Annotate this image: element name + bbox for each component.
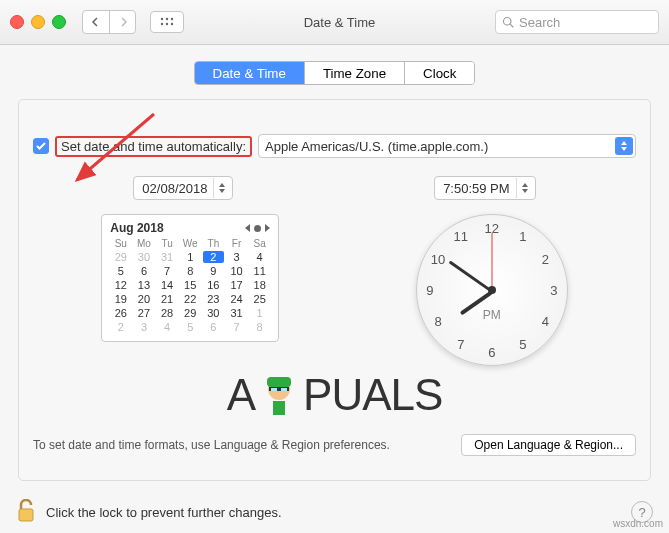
show-all-button[interactable] (150, 11, 184, 33)
calendar-day[interactable]: 22 (180, 293, 201, 305)
clock-numeral: 1 (519, 229, 526, 244)
clock-numeral: 4 (542, 314, 549, 329)
svg-rect-12 (281, 388, 287, 391)
calendar-day[interactable]: 24 (226, 293, 247, 305)
open-language-region-button[interactable]: Open Language & Region... (461, 434, 636, 456)
calendar-day[interactable]: 31 (226, 307, 247, 319)
calendar-day[interactable]: 12 (110, 279, 131, 291)
clock-numeral: 6 (488, 345, 495, 360)
calendar-day-dim[interactable]: 29 (110, 251, 131, 263)
window-title: Date & Time (192, 15, 487, 30)
tab-time-zone[interactable]: Time Zone (304, 62, 404, 84)
clock-numeral: 3 (550, 283, 557, 298)
calendar[interactable]: Aug 2018 SuMoTuWeThFrSa29303112345678910… (101, 214, 279, 342)
calendar-day[interactable]: 10 (226, 265, 247, 277)
close-icon[interactable] (10, 15, 24, 29)
calendar-day-header: Th (203, 238, 224, 249)
time-server-combo[interactable]: Apple Americas/U.S. (time.apple.com.) (258, 134, 636, 158)
calendar-day[interactable]: 26 (110, 307, 131, 319)
calendar-day[interactable]: 13 (133, 279, 154, 291)
calendar-day[interactable]: 4 (249, 251, 270, 263)
calendar-day-dim[interactable]: 5 (180, 321, 201, 333)
calendar-day[interactable]: 3 (226, 251, 247, 263)
svg-point-2 (171, 18, 173, 20)
clock-minute-hand (448, 260, 492, 292)
calendar-day[interactable]: 15 (180, 279, 201, 291)
calendar-day[interactable]: 11 (249, 265, 270, 277)
calendar-day[interactable]: 25 (249, 293, 270, 305)
svg-point-0 (161, 18, 163, 20)
calendar-day[interactable]: 21 (157, 293, 178, 305)
calendar-prev-icon[interactable] (245, 224, 250, 232)
zoom-icon[interactable] (52, 15, 66, 29)
clock-numeral: 7 (457, 336, 464, 351)
calendar-day[interactable]: 27 (133, 307, 154, 319)
search-input[interactable]: Search (495, 10, 659, 34)
calendar-day[interactable]: 20 (133, 293, 154, 305)
calendar-day[interactable]: 1 (180, 251, 201, 263)
lock-icon[interactable] (16, 499, 36, 526)
forward-button[interactable] (109, 11, 135, 33)
svg-point-6 (504, 18, 512, 26)
calendar-day[interactable]: 18 (249, 279, 270, 291)
calendar-day[interactable]: 30 (203, 307, 224, 319)
calendar-next-icon[interactable] (265, 224, 270, 232)
calendar-day[interactable]: 16 (203, 279, 224, 291)
tab-date-time[interactable]: Date & Time (195, 62, 304, 84)
calendar-day[interactable]: 14 (157, 279, 178, 291)
svg-point-5 (171, 23, 173, 25)
source-watermark: wsxdn.com (613, 518, 663, 529)
lock-label: Click the lock to prevent further change… (46, 505, 282, 520)
minimize-icon[interactable] (31, 15, 45, 29)
tab-bar: Date & Time Time Zone Clock (194, 61, 476, 85)
chevron-down-icon (615, 137, 633, 155)
calendar-month: Aug 2018 (110, 221, 163, 235)
calendar-day-dim[interactable]: 30 (133, 251, 154, 263)
calendar-day[interactable]: 29 (180, 307, 201, 319)
time-stepper[interactable] (516, 178, 533, 198)
calendar-day-dim[interactable]: 6 (203, 321, 224, 333)
time-field[interactable]: 7:50:59 PM (434, 176, 536, 200)
calendar-day-header: We (180, 238, 201, 249)
calendar-day-dim[interactable]: 7 (226, 321, 247, 333)
calendar-nav (245, 224, 270, 232)
calendar-day[interactable]: 28 (157, 307, 178, 319)
analog-clock: 121234567891011 PM (416, 214, 568, 366)
main-panel: Set date and time automatically: Apple A… (18, 99, 651, 481)
mascot-icon (255, 371, 303, 419)
calendar-day-header: Tu (157, 238, 178, 249)
clock-pm-label: PM (483, 308, 501, 322)
calendar-today-icon[interactable] (254, 225, 261, 232)
watermark-logo: A PUALS (33, 370, 636, 420)
calendar-day[interactable]: 5 (110, 265, 131, 277)
clock-numeral: 9 (426, 283, 433, 298)
auto-time-label: Set date and time automatically: (55, 136, 252, 157)
calendar-day-dim[interactable]: 4 (157, 321, 178, 333)
calendar-day-header: Su (110, 238, 131, 249)
date-field[interactable]: 02/08/2018 (133, 176, 233, 200)
clock-numeral: 8 (434, 314, 441, 329)
clock-numeral: 5 (519, 336, 526, 351)
back-button[interactable] (83, 11, 109, 33)
search-icon (502, 16, 514, 28)
calendar-day[interactable]: 23 (203, 293, 224, 305)
calendar-day[interactable]: 9 (203, 265, 224, 277)
calendar-day-dim[interactable]: 2 (110, 321, 131, 333)
search-placeholder: Search (519, 15, 560, 30)
calendar-day[interactable]: 2 (203, 251, 224, 263)
date-stepper[interactable] (213, 178, 230, 198)
calendar-day-dim[interactable]: 1 (249, 307, 270, 319)
calendar-day-dim[interactable]: 8 (249, 321, 270, 333)
calendar-day-dim[interactable]: 3 (133, 321, 154, 333)
tab-clock[interactable]: Clock (404, 62, 474, 84)
calendar-day[interactable]: 6 (133, 265, 154, 277)
time-server-value: Apple Americas/U.S. (time.apple.com.) (265, 139, 615, 154)
calendar-day[interactable]: 19 (110, 293, 131, 305)
calendar-day[interactable]: 7 (157, 265, 178, 277)
auto-time-checkbox[interactable] (33, 138, 49, 154)
calendar-day[interactable]: 8 (180, 265, 201, 277)
clock-numeral: 11 (454, 229, 468, 244)
calendar-day-dim[interactable]: 31 (157, 251, 178, 263)
calendar-day[interactable]: 17 (226, 279, 247, 291)
svg-rect-14 (19, 509, 33, 521)
